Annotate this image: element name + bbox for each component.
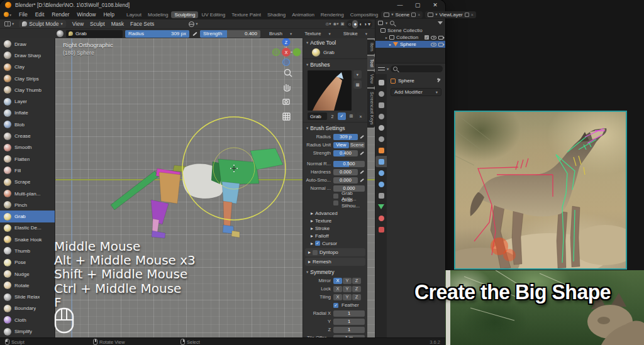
- auto-smooth-slider[interactable]: 0.000: [333, 177, 358, 183]
- setting-checkbox[interactable]: [333, 200, 338, 205]
- duplicate-brush-icon[interactable]: ⊞: [347, 112, 355, 120]
- shading-solid-icon[interactable]: ●: [352, 20, 358, 28]
- tool-item[interactable]: Pose: [0, 257, 55, 268]
- disable-render-icon[interactable]: [438, 36, 443, 40]
- feather-checkbox[interactable]: ✓: [333, 303, 338, 308]
- brush-dropdown[interactable]: Texture▾: [298, 31, 337, 36]
- properties-tab[interactable]: [375, 167, 387, 178]
- viewlayer-selector[interactable]: ▾ ViewLayer ×: [425, 11, 476, 18]
- sidebar-tab[interactable]: Item: [367, 40, 375, 55]
- collapsed-section[interactable]: ▸ ✓ Falloff: [303, 232, 367, 239]
- symmetry-lock-x[interactable]: X: [333, 286, 342, 292]
- properties-tab[interactable]: [375, 212, 387, 224]
- active-tool-header[interactable]: ▾Active Tool: [303, 38, 367, 47]
- properties-editor-icon[interactable]: [378, 66, 385, 72]
- collapsed-section[interactable]: ▸ ✓ Stroke: [303, 224, 367, 232]
- radial-y-value[interactable]: 1: [333, 319, 365, 325]
- zoom-view-icon[interactable]: [285, 70, 292, 77]
- symmetry-tiling-x[interactable]: X: [333, 294, 342, 300]
- gizmo-y-axis[interactable]: [293, 48, 301, 57]
- section-checkbox[interactable]: ✓: [315, 241, 320, 246]
- properties-tab[interactable]: [375, 133, 387, 145]
- brush-falloff-icon[interactable]: [57, 30, 64, 37]
- symmetry-lock-z[interactable]: Z: [352, 286, 361, 292]
- remove-viewlayer-icon[interactable]: ×: [471, 13, 474, 17]
- tool-item[interactable]: Pinch: [0, 199, 55, 211]
- symmetry-mirror-y[interactable]: Y: [343, 278, 352, 284]
- panel-section[interactable]: ▸ Dyntopo: [305, 248, 365, 256]
- properties-tab[interactable]: [375, 201, 387, 212]
- transform-orientation[interactable]: ▾: [189, 21, 197, 27]
- brush-users-count[interactable]: 2: [328, 112, 336, 120]
- tool-item[interactable]: Grab: [0, 211, 55, 222]
- panel-section[interactable]: ▸ Remesh: [305, 258, 365, 266]
- viewport-menu-item[interactable]: Mask: [108, 21, 127, 27]
- radius-unit-scene-button[interactable]: Scene: [350, 142, 365, 148]
- outliner-display-mode-icon[interactable]: [378, 21, 383, 25]
- hardness-pressure-icon[interactable]: [359, 169, 365, 175]
- tool-item[interactable]: Clay Thumb: [0, 84, 55, 96]
- shading-wireframe-icon[interactable]: ○: [348, 20, 352, 28]
- radius-slider[interactable]: Radius 309 px: [125, 30, 189, 38]
- tool-item[interactable]: Clay Strips: [0, 73, 55, 84]
- properties-tab[interactable]: [375, 99, 387, 111]
- perspective-toggle-icon[interactable]: [283, 113, 290, 120]
- tool-item[interactable]: Crease: [0, 130, 55, 141]
- outliner-filter-icon[interactable]: [438, 21, 443, 25]
- workspace-tab[interactable]: Modeling: [145, 11, 171, 18]
- strength-slider-panel[interactable]: 0.400: [333, 150, 358, 156]
- symmetry-header[interactable]: ▾Symmetry: [303, 268, 367, 277]
- viewport-menu-item[interactable]: Sculpt: [87, 21, 108, 27]
- close-button[interactable]: ✕: [426, 0, 444, 10]
- camera-view-icon[interactable]: [283, 99, 289, 104]
- strength-pressure-icon[interactable]: [359, 150, 365, 156]
- symmetry-lock-y[interactable]: Y: [343, 286, 352, 292]
- add-modifier-button[interactable]: Add Modifier▾: [391, 88, 441, 96]
- collection-checkbox[interactable]: ✓: [425, 35, 429, 40]
- sidebar-tab[interactable]: View: [367, 71, 375, 87]
- shading-material-icon[interactable]: ◐: [359, 20, 362, 28]
- workspace-tab[interactable]: Layout: [123, 11, 145, 18]
- mode-dropdown[interactable]: Sculpt Mode ▾: [19, 20, 66, 28]
- disable-render-icon[interactable]: [438, 43, 443, 47]
- viewport-menu-item[interactable]: View: [69, 21, 87, 27]
- collapsed-section[interactable]: ▸ ✓ Cursor: [303, 239, 367, 247]
- tool-item[interactable]: Scrape: [0, 177, 55, 188]
- outliner-scene-collection[interactable]: Scene Collectio: [375, 27, 445, 34]
- properties-tab[interactable]: [375, 122, 387, 133]
- tool-item[interactable]: Clay: [0, 62, 55, 73]
- tool-item[interactable]: Cloth: [0, 314, 55, 326]
- tool-item[interactable]: Elastic De...: [0, 222, 55, 234]
- radius-pressure-icon-panel[interactable]: [359, 134, 365, 140]
- expand-icon[interactable]: ▸: [389, 42, 391, 47]
- pan-view-icon[interactable]: [284, 84, 290, 91]
- sidebar-tab[interactable]: Tool: [367, 56, 375, 70]
- maximize-button[interactable]: ▢: [409, 0, 426, 10]
- brush-name-field[interactable]: Grab: [66, 30, 123, 38]
- gizmo-y-negative[interactable]: [273, 49, 280, 56]
- menu-item[interactable]: Render: [48, 11, 73, 18]
- symmetry-mirror-x[interactable]: X: [333, 278, 342, 284]
- properties-tab[interactable]: [375, 77, 387, 88]
- properties-tab[interactable]: [375, 111, 387, 122]
- radius-pressure-icon[interactable]: [192, 31, 197, 36]
- hide-viewport-icon[interactable]: [431, 36, 436, 40]
- tool-item[interactable]: Inflate: [0, 107, 55, 119]
- tool-item[interactable]: Draw: [0, 38, 55, 50]
- fake-user-shield-icon[interactable]: ✓: [338, 112, 346, 120]
- brush-select-dropdown[interactable]: ▾: [353, 70, 362, 79]
- unlink-brush-icon[interactable]: ×: [357, 112, 365, 120]
- symmetry-mirror-z[interactable]: Z: [352, 278, 361, 284]
- tool-item[interactable]: Boundary: [0, 303, 55, 314]
- hide-viewport-icon[interactable]: [431, 43, 436, 47]
- gizmo-z-negative[interactable]: [283, 59, 290, 66]
- collapsed-section[interactable]: ▸ ✓ Advanced: [303, 209, 367, 217]
- navigation-gizmo[interactable]: Z X: [273, 38, 301, 66]
- properties-tab[interactable]: [375, 145, 387, 156]
- workspace-tab[interactable]: Shading: [264, 11, 289, 18]
- outliner-collection[interactable]: ▸ Collection ✓: [375, 34, 445, 41]
- hardness-slider[interactable]: 0.000: [333, 169, 358, 175]
- tool-item[interactable]: Thumb: [0, 245, 55, 256]
- radius-slider-panel[interactable]: 309 p: [333, 134, 358, 140]
- tool-item[interactable]: Snake Hook: [0, 234, 55, 245]
